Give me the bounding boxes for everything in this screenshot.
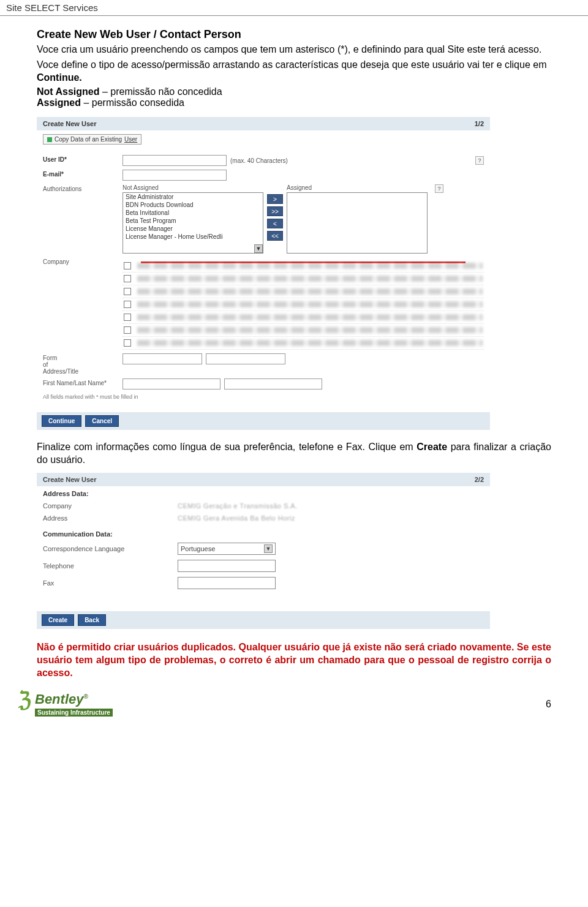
panel-title-bar: Create New User 1/2 [37,117,490,130]
telephone-input[interactable] [178,560,276,572]
redacted-text [137,263,483,269]
intro-continue-word: Continue. [37,72,82,83]
help-icon[interactable]: ? [435,184,443,193]
company-row [123,311,484,324]
mid-create-word: Create [417,442,447,452]
company-checkbox[interactable] [124,288,131,295]
company-value: CEMIG Geração e Transmissão S.A. [178,502,298,510]
company-checkbox[interactable] [124,326,131,334]
continue-button[interactable]: Continue [42,415,81,427]
chevron-down-icon: ▼ [264,544,273,553]
form-area: User ID* (max. 40 Characters) ? E-mail* … [37,152,490,406]
list-item[interactable]: Beta Invitational [123,209,263,217]
language-value: Portuguese [181,545,215,552]
company-row [123,285,484,298]
copy-btn-text: Copy Data of an Existing [55,136,122,143]
label-form-address: Form of Address/Title [43,353,123,375]
move-right-button[interactable]: > [267,194,283,204]
company-row [123,337,484,350]
copy-btn-user-link: User [124,136,137,143]
company-checkbox[interactable] [124,339,131,347]
document-header: Site SELECT Services [0,0,588,16]
mid-a: Finalize com informações como língua de … [37,442,417,452]
last-name-input[interactable] [224,378,322,390]
redacted-text [137,301,483,307]
label-language: Correspondence Language [43,545,178,552]
copy-existing-row: Copy Data of an Existing User [37,130,490,152]
cancel-button[interactable]: Cancel [85,415,119,427]
company-row [123,298,484,311]
list-item[interactable]: License Manager [123,225,263,233]
page-content: Create New Web User / Contact Person Voc… [0,16,588,684]
list-item[interactable]: License Manager - Home Use/Redli [123,233,263,241]
scroll-down-icon[interactable]: ▼ [254,244,263,253]
company-checkbox[interactable] [124,301,131,308]
user-id-input[interactable] [123,155,227,166]
label-email: E-mail* [43,170,123,178]
panel-title-text: Create New User [43,120,96,127]
label-name: First Name/Last Name* [43,378,123,386]
warning-paragraph: Não é permitido criar usuários duplicado… [37,641,551,679]
title-input[interactable] [206,353,285,364]
panel-title-bar-2: Create New User 2/2 [37,473,490,486]
move-buttons: > >> < << [263,184,287,241]
not-assigned-listbox[interactable]: Site Administrator BDN Products Download… [123,192,263,254]
page-number: 6 [546,699,551,710]
company-checkbox[interactable] [124,314,131,321]
user-id-hint: (max. 40 Characters) [230,157,288,164]
form-address-input[interactable] [123,353,202,364]
redacted-text [137,340,483,346]
address-value: CEMIG Gera Avenida Ba Belo Horiz [178,514,295,522]
label-telephone: Telephone [43,562,178,570]
assigned-listbox[interactable] [287,192,428,254]
redacted-text [137,288,483,295]
label-user-id: User ID* [43,155,123,163]
label-fax: Fax [43,579,178,587]
create-button[interactable]: Create [42,614,74,626]
copy-existing-user-button[interactable]: Copy Data of an Existing User [43,134,141,145]
panel-step-indicator: 1/2 [475,120,484,127]
screenshot-create-user-step2: Create New User 2/2 Address Data: Compan… [37,473,490,629]
label-authorizations: Authorizations [43,184,123,192]
intro-2-text: Voce define o tipo de acesso/permissão a… [37,59,546,70]
first-name-input[interactable] [123,378,221,390]
panel-step-indicator-2: 2/2 [475,476,484,483]
authorizations-dual-list: Not Assigned Site Administrator BDN Prod… [123,184,443,254]
company-list [123,260,484,350]
list-item[interactable]: BDN Products Download [123,201,263,209]
required-fields-note: All fields marked with * must be filled … [43,391,484,401]
logo-mark-icon: ℨ [18,691,31,708]
company-row [123,324,484,337]
logo-tagline: Sustaining Infrastructure [35,709,113,717]
move-left-button[interactable]: < [267,219,283,228]
email-input[interactable] [123,170,227,181]
language-select[interactable]: Portuguese ▼ [178,543,276,555]
page-footer: ℨ Bentley® Sustaining Infrastructure 6 [0,684,588,723]
address-data-heading: Address Data: [37,486,490,499]
screenshot-create-user-step1: Create New User 1/2 Copy Data of an Exis… [37,117,490,430]
help-icon[interactable]: ? [475,156,484,165]
definition-not-assigned: Not Assigned – premissão não concedida [37,86,551,97]
communication-data-heading: Communication Data: [37,527,490,539]
fax-input[interactable] [178,577,276,589]
def-a-bold: Assigned [37,97,81,108]
def-na-bold: Not Assigned [37,86,100,97]
panel-title-text-2: Create New User [43,476,96,483]
assigned-header: Assigned [287,184,428,191]
play-icon [47,137,52,142]
def-na-text: – premissão não concedida [100,86,222,97]
definition-assigned: Assigned – permissão consedida [37,97,551,108]
company-row [123,273,484,285]
list-item[interactable]: Site Administrator [123,193,263,201]
move-all-right-button[interactable]: >> [267,206,283,216]
company-checkbox[interactable] [124,262,131,269]
move-all-left-button[interactable]: << [267,231,283,241]
company-checkbox[interactable] [124,275,131,282]
intro-paragraph-2: Voce define o tipo de acesso/permissão a… [37,59,551,85]
label-company: Company [43,257,123,265]
redacted-text [137,276,483,282]
back-button[interactable]: Back [78,614,106,626]
list-item[interactable]: Beta Test Program [123,217,263,225]
button-row-2: Create Back [37,611,490,629]
redacted-text [137,327,483,333]
